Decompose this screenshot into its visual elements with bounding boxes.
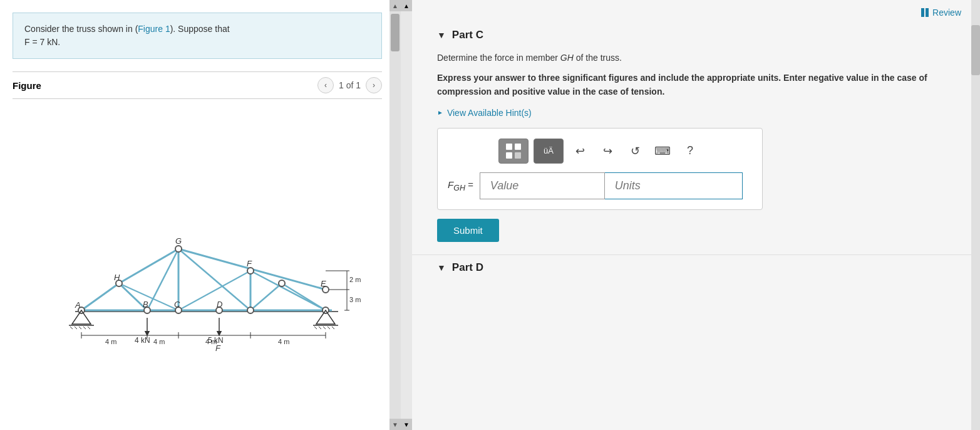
units-input[interactable] xyxy=(605,172,743,199)
problem-text: Consider the truss shown in ( xyxy=(24,24,138,34)
problem-box: Consider the truss shown in (Figure 1). … xyxy=(13,13,382,59)
svg-line-31 xyxy=(75,327,77,329)
svg-line-16 xyxy=(178,271,250,310)
review-icon xyxy=(921,8,929,17)
input-row: FGH = xyxy=(448,172,752,199)
svg-text:3 m: 3 m xyxy=(349,296,361,303)
problem-text2: ). Suppose that xyxy=(170,24,230,34)
svg-text:A: A xyxy=(75,300,81,310)
figure-prev-button[interactable]: ‹ xyxy=(317,77,334,93)
review-link[interactable]: Review xyxy=(921,8,961,18)
left-panel: ▲ ▼ Consider the truss shown in (Figure … xyxy=(0,0,401,430)
part-c-instruction: Express your answer to three significant… xyxy=(437,71,955,99)
svg-line-41 xyxy=(332,327,334,329)
undo-icon: ↩ xyxy=(575,144,585,158)
help-icon: ? xyxy=(687,144,693,157)
svg-rect-76 xyxy=(515,144,521,150)
keyboard-icon: ⌨ xyxy=(654,144,671,158)
svg-rect-77 xyxy=(506,152,512,159)
undo-button[interactable]: ↩ xyxy=(569,140,591,162)
part-c-section: ▼ Part C Determine the force in member G… xyxy=(412,23,980,254)
submit-button[interactable]: Submit xyxy=(437,219,499,242)
svg-text:E: E xyxy=(321,279,326,288)
svg-text:G: G xyxy=(175,236,182,246)
toolbar: üÄ ↩ ↪ ↺ ⌨ ? xyxy=(448,139,752,164)
redo-button[interactable]: ↪ xyxy=(596,140,619,162)
hint-label: View Available Hint(s) xyxy=(447,108,532,118)
figure-section: Figure ‹ 1 of 1 › xyxy=(13,71,382,99)
svg-text:2 m: 2 m xyxy=(349,276,361,283)
svg-line-40 xyxy=(328,327,330,329)
svg-line-33 xyxy=(83,327,86,329)
part-c-collapse-arrow[interactable]: ▼ xyxy=(437,30,446,40)
svg-text:B: B xyxy=(143,300,148,309)
figure-nav: ‹ 1 of 1 › xyxy=(317,77,382,93)
svg-text:D: D xyxy=(217,300,222,309)
svg-line-30 xyxy=(70,327,73,329)
svg-line-32 xyxy=(79,327,81,329)
svg-text:4 kN: 4 kN xyxy=(135,336,150,345)
figure-link[interactable]: Figure 1 xyxy=(138,24,170,34)
svg-text:H: H xyxy=(114,273,120,282)
tool-btn-2[interactable]: üÄ xyxy=(534,139,564,164)
review-icon-bar2 xyxy=(926,8,929,17)
f-value: F = 7 kN. xyxy=(24,37,60,47)
part-d-section: ▼ Part D xyxy=(412,254,980,280)
part-d-title: Part D xyxy=(452,261,483,274)
reset-icon: ↺ xyxy=(631,144,640,158)
reset-button[interactable]: ↺ xyxy=(624,140,646,162)
svg-text:4 m: 4 m xyxy=(153,338,165,345)
part-c-title: Part C xyxy=(452,29,483,41)
svg-point-23 xyxy=(247,268,254,274)
part-c-description: Determine the force in member GH of the … xyxy=(437,51,955,65)
scroll-thumb[interactable] xyxy=(391,14,400,51)
right-panel: Review ▼ Part C Determine the force in m… xyxy=(412,0,980,430)
svg-point-25 xyxy=(279,280,285,286)
svg-text:4 m: 4 m xyxy=(278,338,289,345)
figure-title: Figure xyxy=(13,80,41,91)
figure-image-area: A H G B C D F E 4 m 4 m 4 m 4 m xyxy=(0,99,401,430)
right-scroll-thumb[interactable] xyxy=(971,25,980,75)
svg-line-13 xyxy=(250,271,326,310)
svg-line-8 xyxy=(81,283,119,310)
svg-line-38 xyxy=(319,327,321,329)
svg-line-34 xyxy=(88,327,90,329)
review-bar: Review xyxy=(412,0,980,23)
svg-line-37 xyxy=(314,327,317,329)
svg-text:C: C xyxy=(174,300,180,309)
fgh-label: FGH = xyxy=(448,179,473,192)
right-scrollbar[interactable] xyxy=(971,0,980,430)
review-icon-bar1 xyxy=(921,8,924,17)
scroll-bottom-arrow[interactable]: ▼ xyxy=(401,419,412,430)
hint-arrow-icon: ► xyxy=(437,109,443,116)
scroll-top-arrow[interactable]: ▲ xyxy=(401,0,412,11)
value-input[interactable] xyxy=(480,172,605,199)
grid-icon xyxy=(505,142,522,160)
svg-point-20 xyxy=(175,246,182,252)
svg-text:F: F xyxy=(215,343,221,353)
font-icon: üÄ xyxy=(544,146,554,155)
center-scrollbar[interactable]: ▲ ▼ xyxy=(401,0,412,430)
svg-line-12 xyxy=(250,283,282,310)
svg-rect-75 xyxy=(506,144,512,150)
part-c-header: ▼ Part C xyxy=(437,29,955,41)
hint-link[interactable]: ► View Available Hint(s) xyxy=(437,108,955,118)
page-indicator: 1 of 1 xyxy=(339,80,361,90)
redo-icon: ↪ xyxy=(603,144,612,158)
review-label: Review xyxy=(932,8,961,18)
keyboard-button[interactable]: ⌨ xyxy=(651,140,674,162)
answer-box: üÄ ↩ ↪ ↺ ⌨ ? FGH xyxy=(437,128,763,210)
svg-rect-78 xyxy=(515,152,521,159)
svg-text:F: F xyxy=(247,259,252,268)
truss-diagram: A H G B C D F E 4 m 4 m 4 m 4 m xyxy=(38,170,363,359)
svg-point-24 xyxy=(247,307,254,313)
tool-btn-1[interactable] xyxy=(498,139,529,164)
scroll-up-arrow[interactable]: ▲ xyxy=(389,0,401,11)
figure-next-button[interactable]: › xyxy=(366,77,382,93)
svg-text:4 m: 4 m xyxy=(105,338,116,345)
svg-line-39 xyxy=(323,327,326,329)
figure-header: Figure ‹ 1 of 1 › xyxy=(13,72,382,98)
part-d-collapse-arrow[interactable]: ▼ xyxy=(437,263,446,273)
help-button[interactable]: ? xyxy=(679,140,701,162)
